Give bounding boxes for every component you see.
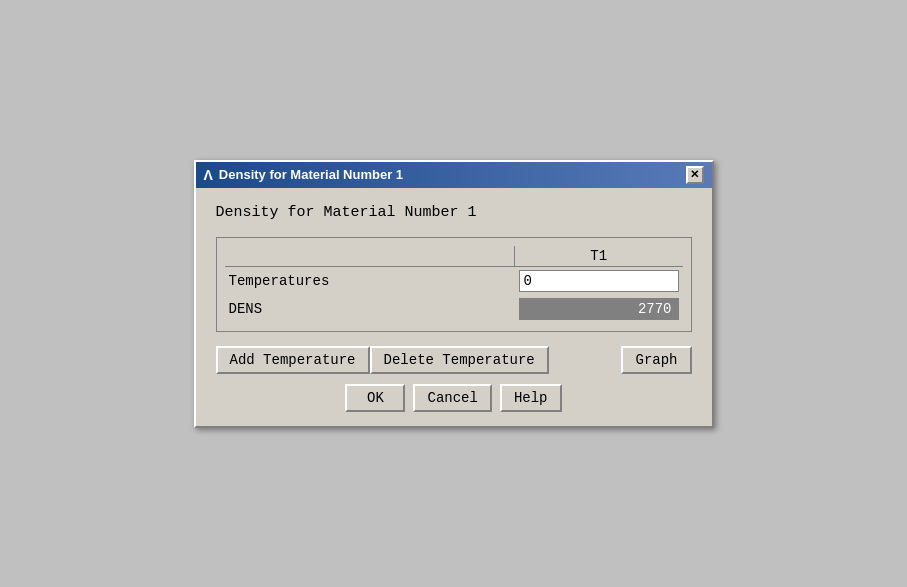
data-table: T1 Temperatures DENS 2770: [225, 246, 683, 323]
dens-cell[interactable]: 2770: [515, 295, 683, 323]
temperatures-input[interactable]: [519, 270, 679, 292]
add-temperature-button[interactable]: Add Temperature: [216, 346, 370, 374]
title-bar-left: Λ Density for Material Number 1: [204, 167, 404, 183]
button-row-2: OK Cancel Help: [216, 384, 692, 412]
close-button[interactable]: ✕: [686, 166, 704, 184]
data-table-container: T1 Temperatures DENS 2770: [216, 237, 692, 332]
delete-temperature-button[interactable]: Delete Temperature: [370, 346, 549, 374]
dialog-window: Λ Density for Material Number 1 ✕ Densit…: [194, 160, 714, 428]
help-button[interactable]: Help: [500, 384, 562, 412]
dialog-heading: Density for Material Number 1: [216, 204, 692, 221]
title-bar: Λ Density for Material Number 1 ✕: [196, 162, 712, 188]
row-label-header: [225, 246, 515, 267]
dialog-title: Density for Material Number 1: [219, 167, 403, 182]
button-row-1: Add Temperature Delete Temperature Graph: [216, 346, 692, 374]
ok-button[interactable]: OK: [345, 384, 405, 412]
cancel-button[interactable]: Cancel: [413, 384, 491, 412]
temperatures-cell[interactable]: [515, 266, 683, 295]
dens-label: DENS: [225, 295, 515, 323]
column-header-t1: T1: [515, 246, 683, 267]
app-logo: Λ: [204, 167, 213, 183]
table-row-dens: DENS 2770: [225, 295, 683, 323]
dialog-body: Density for Material Number 1 T1 Tempera…: [196, 188, 712, 426]
graph-button[interactable]: Graph: [621, 346, 691, 374]
temperatures-label: Temperatures: [225, 266, 515, 295]
dens-value[interactable]: 2770: [519, 298, 679, 320]
table-row-temperatures: Temperatures: [225, 266, 683, 295]
